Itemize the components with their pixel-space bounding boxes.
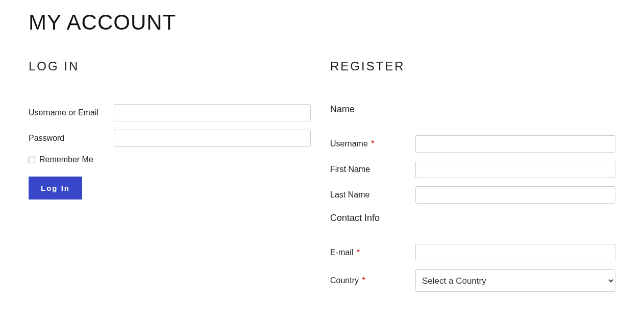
remember-me-label: Remember Me [39,155,93,164]
login-column: LOG IN Username or Email Password Rememb… [29,59,314,300]
register-email-row: E-mail * [330,244,615,261]
required-marker: * [371,139,374,148]
required-marker: * [357,248,360,257]
register-name-section: Name [330,104,615,115]
required-marker: * [362,276,365,285]
register-country-row: Country * Select a Country [330,269,615,292]
register-firstname-input[interactable] [415,161,615,178]
register-firstname-row: First Name [330,161,615,178]
login-password-label: Password [29,134,114,143]
login-username-row: Username or Email [29,104,314,121]
register-country-label: Country [330,276,359,285]
register-heading: REGISTER [330,59,615,73]
register-column: REGISTER Name Username * First Name Last… [330,59,615,300]
login-username-label: Username or Email [29,108,114,117]
account-columns: LOG IN Username or Email Password Rememb… [29,59,615,300]
register-username-input[interactable] [415,135,615,153]
register-email-input[interactable] [415,244,615,261]
register-country-select[interactable]: Select a Country [415,269,615,292]
register-lastname-label: Last Name [330,190,415,200]
register-firstname-label: First Name [330,165,415,174]
register-contact-section: Contact Info [330,213,615,223]
register-email-label: E-mail [330,248,353,257]
register-username-row: Username * [330,135,615,153]
register-lastname-row: Last Name [330,186,615,204]
login-password-input[interactable] [114,130,311,147]
page-title: MY ACCOUNT [29,10,615,35]
remember-me-row: Remember Me [29,155,314,164]
register-lastname-input[interactable] [415,186,615,204]
login-password-row: Password [29,130,314,147]
login-heading: LOG IN [29,59,314,73]
remember-me-checkbox[interactable] [29,157,35,163]
register-username-label: Username [330,139,368,148]
login-button[interactable]: Log In [29,177,82,200]
login-username-input[interactable] [114,104,311,121]
